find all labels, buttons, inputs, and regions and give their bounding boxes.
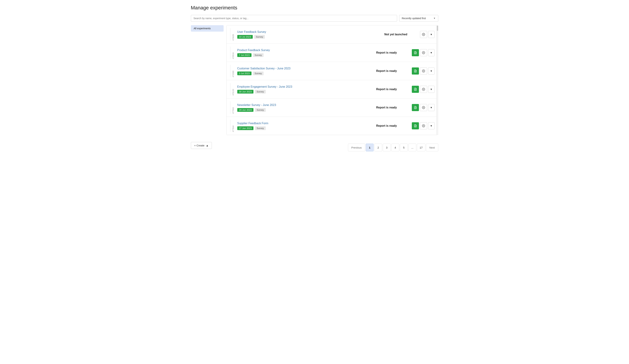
main-content: All experiments 478689 User Feedback Sur… [191, 25, 438, 135]
experiment-badges: 27 Jun 2023 Survey [237, 126, 373, 130]
experiment-main: Product Feedback Survey 7 Jul 2023 Surve… [237, 49, 373, 57]
experiment-name[interactable]: Newsletter Survey - June 2023 [237, 103, 373, 107]
experiment-name[interactable]: Employee Engagement Survey - June 2023 [237, 85, 373, 89]
report-button[interactable] [412, 49, 419, 56]
experiment-id: 477993 [230, 101, 234, 114]
experiment-date: 27 Jun 2023 [237, 126, 254, 130]
dropdown-button[interactable]: ▼ [428, 68, 435, 75]
toolbar: Recently updated first ▼ [191, 15, 438, 22]
experiment-main: Newsletter Survey - June 2023 29 Jun 202… [237, 103, 373, 112]
experiment-name[interactable]: Customer Satisfaction Survey - June 2023 [237, 67, 373, 70]
page-button-2[interactable]: 2 [374, 144, 382, 151]
dropdown-button[interactable]: ▼ [428, 86, 435, 93]
settings-button[interactable] [420, 49, 427, 56]
svg-point-6 [423, 71, 424, 72]
experiment-actions: ▼ [412, 122, 435, 129]
page-button-3[interactable]: 3 [383, 144, 391, 151]
table-row: 472080 Customer Satisfaction Survey - Ju… [227, 62, 438, 80]
experiment-actions: ▼ [420, 31, 435, 38]
dropdown-button[interactable]: ▼ [428, 31, 435, 38]
experiment-type: Survey [253, 72, 264, 75]
experiment-date: 7 Jul 2023 [237, 53, 252, 57]
experiment-actions: ▼ [412, 68, 435, 75]
table-row: 478689 User Feedback Survey 10 Jul 2023 … [227, 25, 438, 44]
scrollbar-thumb[interactable] [437, 26, 438, 31]
experiment-id: 478130 [230, 83, 234, 95]
settings-button[interactable] [420, 31, 427, 38]
experiment-status: Report is ready [373, 124, 412, 127]
experiment-type: Survey [254, 35, 265, 39]
experiment-main: Supplier Feedback Form 27 Jun 2023 Surve… [237, 122, 373, 130]
previous-button[interactable]: Previous [348, 144, 365, 151]
page-button-1[interactable]: 1 [366, 144, 374, 151]
report-button[interactable] [412, 104, 419, 111]
sidebar: All experiments [191, 25, 226, 135]
experiment-date: 30 Jun 2023 [237, 90, 254, 93]
create-button[interactable]: + Create ▲ [191, 142, 212, 149]
table-row: 477993 Newsletter Survey - June 2023 29 … [227, 98, 438, 117]
experiment-status: Not yet launched [381, 33, 420, 36]
experiment-name[interactable]: Supplier Feedback Form [237, 122, 373, 125]
experiment-badges: 30 Jun 2023 Survey [237, 90, 373, 93]
svg-point-9 [423, 89, 424, 90]
experiment-status: Report is ready [373, 51, 412, 54]
experiment-id: 472080 [230, 65, 234, 77]
experiment-main: Employee Engagement Survey - June 2023 3… [237, 85, 373, 93]
experiment-main: Customer Satisfaction Survey - June 2023… [237, 67, 373, 75]
experiment-id: 478689 [230, 28, 234, 41]
svg-point-12 [423, 107, 424, 108]
experiment-badges: 3 Jul 2023 Survey [237, 72, 373, 75]
dropdown-button[interactable]: ▼ [428, 49, 435, 56]
report-button[interactable] [412, 122, 419, 129]
bottom-bar: + Create ▲ Previous 1 2 3 4 5 ... [191, 139, 438, 151]
sidebar-item-all-experiments[interactable]: All experiments [191, 25, 224, 32]
experiment-date: 29 Jun 2023 [237, 108, 254, 112]
svg-point-3 [423, 52, 424, 53]
experiment-name[interactable]: Product Feedback Survey [237, 49, 373, 52]
table-row: 478130 Employee Engagement Survey - June… [227, 80, 438, 98]
search-input[interactable] [191, 15, 397, 22]
dropdown-button[interactable]: ▼ [428, 104, 435, 111]
experiment-type: Survey [255, 126, 266, 130]
experiment-badges: 29 Jun 2023 Survey [237, 108, 373, 112]
experiment-status: Report is ready [373, 69, 412, 73]
settings-button[interactable] [420, 86, 427, 93]
sort-label: Recently updated first [402, 17, 426, 20]
dropdown-button[interactable]: ▼ [428, 122, 435, 129]
pagination-ellipsis: ... [408, 144, 416, 151]
page-title: Manage experiments [191, 5, 438, 11]
svg-point-0 [423, 34, 424, 35]
experiment-id: 477844 [230, 120, 234, 132]
svg-point-15 [423, 125, 424, 126]
settings-button[interactable] [420, 68, 427, 75]
experiment-type: Survey [255, 90, 266, 93]
experiment-type: Survey [255, 108, 266, 112]
experiment-status: Report is ready [373, 106, 412, 109]
experiment-badges: 10 Jul 2023 Survey [237, 35, 381, 39]
page-button-17[interactable]: 17 [417, 144, 425, 151]
experiment-actions: ▼ [412, 49, 435, 56]
page-button-5[interactable]: 5 [400, 144, 408, 151]
experiment-badges: 7 Jul 2023 Survey [237, 53, 373, 57]
table-row: 477844 Supplier Feedback Form 27 Jun 202… [227, 117, 438, 135]
settings-button[interactable] [420, 104, 427, 111]
experiment-id: 478534 [230, 47, 234, 59]
experiment-main: User Feedback Survey 10 Jul 2023 Survey [237, 30, 381, 39]
experiment-date: 10 Jul 2023 [237, 35, 253, 39]
sort-dropdown[interactable]: Recently updated first ▼ [399, 15, 438, 22]
experiment-actions: ▼ [412, 86, 435, 93]
experiment-date: 3 Jul 2023 [237, 72, 252, 75]
page-button-4[interactable]: 4 [391, 144, 399, 151]
chevron-down-icon: ▼ [434, 17, 436, 19]
experiment-type: Survey [253, 53, 264, 57]
settings-button[interactable] [420, 122, 427, 129]
report-button[interactable] [412, 68, 419, 75]
scrollbar-track[interactable] [437, 25, 438, 135]
experiment-name[interactable]: User Feedback Survey [237, 30, 381, 34]
chevron-up-icon: ▲ [206, 144, 208, 147]
report-button[interactable] [412, 86, 419, 93]
experiments-list: 478689 User Feedback Survey 10 Jul 2023 … [226, 25, 438, 135]
experiment-actions: ▼ [412, 104, 435, 111]
next-button[interactable]: Next [426, 144, 438, 151]
table-row: 478534 Product Feedback Survey 7 Jul 202… [227, 44, 438, 62]
